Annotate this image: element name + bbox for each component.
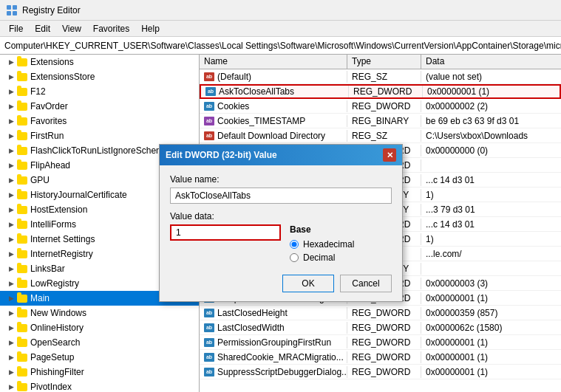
folder-icon (16, 264, 28, 274)
expand-icon: ▶ (6, 278, 16, 289)
folder-icon (16, 337, 28, 348)
expand-icon: ▶ (6, 145, 16, 156)
reg-cell-data: 1) (421, 189, 561, 201)
dialog-buttons: OK Cancel (170, 272, 392, 292)
registry-row[interactable]: ab Default Download Directory REG_SZ C:\… (200, 128, 561, 143)
menu-help[interactable]: Help (135, 22, 166, 35)
tree-label: Internet Settings (30, 234, 95, 244)
expand-icon: ▶ (6, 101, 16, 111)
reg-cell-name: ab SharedCookie_MRACMigratio... (200, 351, 347, 363)
expand-icon: ▶ (6, 249, 16, 259)
registry-row[interactable]: ab LastClosedWidth REG_DWORD 0x0000062c … (200, 320, 561, 335)
registry-row[interactable]: ab SharedCookie_MRACMigratio... REG_DWOR… (200, 350, 561, 365)
reg-cell-type: REG_BINARY (347, 115, 421, 127)
folder-icon (16, 101, 28, 111)
folder-icon (16, 308, 28, 318)
col-header-type: Type (347, 55, 421, 69)
tree-label: New Windows (30, 308, 86, 318)
tree-label: HostExtension (30, 204, 87, 215)
menu-favorites[interactable]: Favorites (87, 22, 135, 35)
decimal-label: Decimal (303, 252, 335, 263)
col-header-name: Name (200, 55, 347, 69)
tree-item-extensionsstore[interactable]: ▶ ExtensionsStore (0, 69, 199, 84)
reg-cell-type: REG_DWORD (349, 86, 423, 97)
reg-cell-type: REG_DWORD (347, 351, 421, 363)
reg-cell-data: C:\Users\xbox\Downloads (421, 130, 561, 142)
expand-icon: ▶ (6, 337, 16, 348)
svg-rect-3 (13, 11, 17, 16)
folder-icon (16, 234, 28, 244)
tree-item-phishingfilter[interactable]: ▶ PhishingFilter (0, 365, 199, 379)
dialog-title: Edit DWORD (32-bit) Value (166, 150, 277, 160)
dialog-close-button[interactable]: ✕ (383, 148, 396, 162)
tree-label: PhishingFilter (30, 367, 84, 377)
tree-item-onlinehistory[interactable]: ▶ OnlineHistory (0, 320, 199, 335)
folder-icon (16, 352, 28, 362)
reg-icon-sz: ab (204, 131, 214, 140)
tree-item-opensearch[interactable]: ▶ OpenSearch (0, 335, 199, 350)
reg-cell-name: ab PermissionGroupingFirstRun (200, 337, 347, 348)
menu-view[interactable]: View (56, 22, 87, 35)
expand-icon: ▶ (6, 323, 16, 333)
registry-row[interactable]: ab PermissionGroupingFirstRun REG_DWORD … (200, 335, 561, 350)
reg-cell-data: 0x00000001 (1) (421, 366, 561, 378)
reg-icon-dword: ab (204, 323, 214, 332)
tree-label: Favorites (30, 116, 67, 126)
reg-icon-dword: ab (204, 338, 214, 347)
tree-item-extensions[interactable]: ▶ Extensions (0, 55, 199, 69)
menu-edit[interactable]: Edit (29, 22, 56, 35)
registry-row[interactable]: ab LastClosedHeight REG_DWORD 0x00000359… (200, 306, 561, 320)
app-icon (6, 4, 18, 16)
reg-cell-name: ab SuppressScriptDebuggerDialog... (200, 366, 347, 378)
tree-item-firstrun[interactable]: ▶ FirstRun (0, 128, 199, 143)
tree-label: ExtensionsStore (30, 72, 95, 82)
registry-header: Name Type Data (200, 55, 561, 69)
hexadecimal-radio[interactable] (290, 240, 299, 249)
tree-item-pivotindex[interactable]: ▶ PivotIndex (0, 379, 199, 392)
tree-label: FlashClickToRunListIgnoreSchem... (30, 145, 171, 156)
folder-icon (16, 323, 28, 333)
reg-cell-data: ...c 14 d3 01 (421, 219, 561, 230)
reg-cell-data: 0x00000001 (1) (421, 351, 561, 363)
value-name-input[interactable] (170, 188, 392, 204)
address-bar[interactable]: Computer\HKEY_CURRENT_USER\Software\Clas… (0, 37, 561, 55)
registry-row[interactable]: ab Cookies_TIMESTAMP REG_BINARY be 69 eb… (200, 114, 561, 128)
registry-row[interactable]: ab (Default) REG_SZ (value not set) (200, 69, 561, 84)
reg-cell-type: REG_DWORD (347, 337, 421, 348)
expand-icon: ▶ (6, 160, 16, 171)
tree-item-newwindows[interactable]: ▶ New Windows (0, 306, 199, 320)
expand-icon: ▶ (6, 293, 16, 303)
tree-item-pagesetup[interactable]: ▶ PageSetup (0, 350, 199, 365)
registry-row[interactable]: ab Cookies REG_DWORD 0x00000002 (2) (200, 99, 561, 114)
folder-icon (16, 367, 28, 377)
decimal-radio-label[interactable]: Decimal (290, 252, 354, 263)
hexadecimal-radio-label[interactable]: Hexadecimal (290, 239, 354, 250)
expand-icon: ▶ (6, 367, 16, 377)
folder-icon (16, 293, 28, 303)
expand-icon: ▶ (6, 57, 16, 67)
decimal-radio[interactable] (290, 253, 299, 262)
reg-cell-name: ab Cookies (200, 100, 347, 112)
folder-icon (16, 175, 28, 185)
ok-button[interactable]: OK (282, 275, 334, 292)
reg-cell-name: ab Cookies_TIMESTAMP (200, 115, 347, 127)
reg-cell-name: ab (Default) (200, 71, 347, 83)
reg-icon-dword: ab (204, 353, 214, 362)
folder-icon (16, 72, 28, 82)
reg-cell-data (421, 165, 561, 166)
reg-cell-data: 0x00000001 (1) (421, 337, 561, 348)
reg-icon-dword: ab (205, 87, 216, 96)
registry-row-ask[interactable]: ab AskToCloseAllTabs REG_DWORD 0x0000000… (200, 84, 561, 99)
tree-label: PivotIndex (30, 382, 72, 392)
tree-item-favorites[interactable]: ▶ Favorites (0, 114, 199, 128)
cancel-button[interactable]: Cancel (340, 275, 392, 292)
value-data-input[interactable] (170, 224, 281, 241)
reg-cell-data (421, 268, 561, 269)
tree-item-f12[interactable]: ▶ F12 (0, 84, 199, 99)
tree-label: OpenSearch (30, 337, 80, 348)
menu-file[interactable]: File (3, 22, 29, 35)
tree-item-favorder[interactable]: ▶ FavOrder (0, 99, 199, 114)
reg-cell-type: REG_DWORD (347, 307, 421, 319)
reg-cell-data: 0x00000359 (857) (421, 307, 561, 319)
registry-row[interactable]: ab SuppressScriptDebuggerDialog... REG_D… (200, 365, 561, 379)
